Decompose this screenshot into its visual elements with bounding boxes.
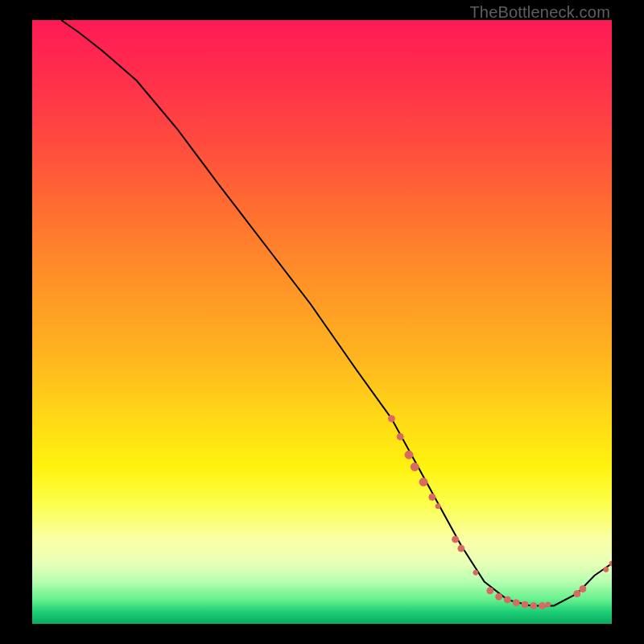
data-marker — [604, 568, 609, 572]
data-marker — [539, 603, 546, 609]
data-marker — [609, 561, 612, 566]
data-marker — [580, 586, 586, 592]
bottleneck-curve-line — [61, 20, 612, 606]
data-marker — [436, 504, 440, 509]
data-marker — [429, 494, 436, 501]
data-marker — [504, 597, 510, 603]
data-marker — [388, 415, 394, 422]
data-marker — [522, 601, 528, 608]
data-marker — [513, 600, 519, 606]
data-marker — [546, 602, 551, 607]
data-marker — [452, 536, 459, 543]
data-marker — [397, 434, 403, 440]
curve-svg — [32, 20, 612, 624]
chart-container: TheBottleneck.com — [0, 0, 644, 644]
data-marker — [496, 593, 502, 600]
data-marker — [574, 591, 580, 597]
data-marker — [530, 603, 537, 609]
data-marker — [411, 463, 419, 471]
plot-area — [32, 20, 612, 624]
data-marker — [405, 451, 413, 459]
data-marker — [487, 588, 493, 594]
data-marker — [473, 570, 478, 575]
data-marker — [458, 545, 464, 551]
watermark-text: TheBottleneck.com — [469, 3, 610, 22]
marker-group — [388, 415, 612, 609]
data-marker — [419, 478, 427, 486]
